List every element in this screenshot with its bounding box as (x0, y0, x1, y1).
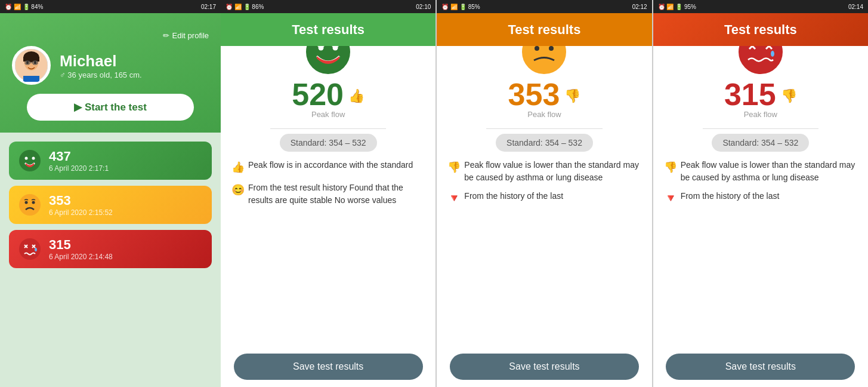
history-text-0: 437 6 April 2020 2:17:1 (49, 149, 109, 173)
svg-point-26 (521, 46, 567, 75)
history-text-1: 353 6 April 2020 2:15:52 (49, 193, 113, 217)
standard-badge-1: Standard: 354 – 532 (496, 134, 593, 152)
result-value-row-2: 315 👎 (724, 79, 797, 110)
left-panel-top: ✏ Edit profile (0, 13, 221, 133)
desc-item-0-0: 👍 Peak flow is in accordance with the st… (231, 159, 425, 176)
result-description-1: 👎 Peak flow value is lower than the stan… (447, 159, 641, 342)
triangle-desc-1: 🔻 (447, 191, 461, 207)
result-body-1: 353 👎 Peak flow Standard: 354 – 532 👎 Pe… (437, 46, 651, 348)
status-icons-0: ⏰ 📶 🔋 86% (226, 4, 264, 10)
svg-point-28 (549, 46, 554, 51)
triangle-desc-2: 🔻 (664, 191, 677, 207)
thumb-down-icon-2: 👎 (781, 88, 797, 110)
desc-item-0-1: 😊 From the test result history Found tha… (231, 182, 425, 207)
status-bar-0: ⏰ 📶 🔋 86% 02:10 (221, 0, 435, 13)
result-panel-2: ⏰ 📶 🔋 95% 02:14 Test results (653, 0, 868, 387)
desc-text-0-1: From the test result history Found that … (248, 182, 425, 207)
save-button-2[interactable]: Save test results (666, 354, 855, 380)
status-time-1: 02:12 (632, 4, 647, 10)
result-value-row-0: 520 👍 (292, 79, 365, 110)
result-header-1: Test results (437, 13, 651, 46)
result-value-1: 353 (508, 79, 560, 110)
svg-point-17 (19, 238, 41, 260)
result-value-row-1: 353 👎 (508, 79, 581, 110)
history-value-2: 315 (49, 237, 113, 253)
desc-item-2-0: 👎 Peak flow value is lower than the stan… (664, 159, 857, 184)
history-emoji-1 (18, 193, 42, 217)
svg-point-12 (25, 157, 28, 160)
status-bar-2: ⏰ 📶 🔋 95% 02:14 (653, 0, 868, 13)
result-emoji-1 (520, 46, 568, 76)
desc-text-1-0: Peak flow value is lower than the standa… (464, 159, 641, 184)
svg-rect-10 (23, 76, 39, 82)
history-item-1[interactable]: 353 6 April 2020 2:15:52 (9, 186, 212, 224)
history-date-1: 6 April 2020 2:15:52 (49, 208, 113, 217)
history-text-2: 315 6 April 2020 2:14:48 (49, 237, 113, 261)
left-panel: ⏰ 📶 🔋 84% 02:17 ✏ Edit profile (0, 0, 221, 387)
thumb-down-desc-2: 👎 (664, 159, 677, 176)
desc-text-2-1: From the history of the last (681, 190, 780, 202)
result-panel-0: ⏰ 📶 🔋 86% 02:10 Test results (221, 0, 437, 387)
save-button-1[interactable]: Save test results (450, 354, 639, 380)
status-time-0: 02:10 (416, 4, 431, 10)
svg-point-6 (34, 62, 37, 64)
svg-point-27 (535, 46, 539, 51)
history-emoji-2 (18, 237, 42, 261)
avatar (12, 46, 51, 85)
svg-point-23 (305, 46, 351, 75)
history-list: 437 6 April 2020 2:17:1 (0, 133, 221, 387)
result-label-1: Peak flow (527, 110, 561, 119)
result-label-0: Peak flow (311, 110, 345, 119)
history-item-0[interactable]: 437 6 April 2020 2:17:1 (9, 142, 212, 180)
thumb-down-desc-1: 👎 (447, 159, 461, 176)
result-header-2: Test results (653, 13, 868, 46)
svg-point-22 (35, 248, 37, 251)
save-btn-area-0: Save test results (221, 348, 435, 387)
standard-badge-2: Standard: 354 – 532 (712, 134, 809, 152)
result-value-0: 520 (292, 79, 344, 110)
user-info-row: Michael ♂ 36 years old, 165 cm. (12, 46, 209, 85)
pencil-icon: ✏ (163, 31, 169, 40)
user-meta: ♂ 36 years old, 165 cm. (60, 70, 142, 79)
start-test-button[interactable]: ▶ Start the test (27, 94, 194, 121)
desc-text-2-0: Peak flow value is lower than the standa… (681, 159, 857, 184)
user-name: Michael (60, 52, 142, 70)
status-bar-1: ⏰ 📶 🔋 85% 02:12 (437, 0, 651, 13)
edit-profile-link[interactable]: ✏ Edit profile (163, 31, 209, 40)
thumb-down-icon-1: 👎 (564, 88, 580, 110)
save-button-0[interactable]: Save test results (234, 354, 423, 380)
svg-point-34 (771, 51, 774, 57)
history-item-2[interactable]: 315 6 April 2020 2:14:48 (9, 230, 212, 268)
result-title-1: Test results (508, 22, 581, 38)
result-value-2: 315 (724, 79, 776, 110)
save-btn-area-1: Save test results (437, 348, 651, 387)
divider-2 (703, 128, 819, 129)
result-label-2: Peak flow (744, 110, 777, 119)
history-value-0: 437 (49, 149, 109, 164)
svg-point-13 (32, 157, 35, 160)
history-date-2: 6 April 2020 2:14:48 (49, 253, 113, 261)
svg-point-5 (26, 62, 29, 64)
status-icons-2: ⏰ 📶 🔋 95% (658, 4, 696, 10)
result-emoji-0 (304, 46, 352, 76)
svg-point-16 (32, 201, 35, 204)
standard-badge-0: Standard: 354 – 532 (280, 134, 377, 152)
result-title-2: Test results (724, 22, 797, 38)
save-btn-area-2: Save test results (653, 348, 868, 387)
history-date-0: 6 April 2020 2:17:1 (49, 164, 109, 173)
result-emoji-2 (737, 46, 784, 76)
divider-1 (486, 128, 603, 129)
main-wrapper: ⏰ 📶 🔋 84% 02:17 ✏ Edit profile (0, 0, 868, 387)
smile-desc-icon-0: 😊 (231, 182, 245, 198)
svg-point-14 (19, 194, 41, 216)
result-body-2: 315 👎 Peak flow Standard: 354 – 532 👎 Pe… (653, 46, 868, 348)
history-value-1: 353 (49, 193, 113, 208)
thumb-desc-icon-0: 👍 (231, 159, 245, 176)
result-description-0: 👍 Peak flow is in accordance with the st… (231, 159, 425, 342)
thumb-up-icon-0: 👍 (348, 88, 365, 110)
status-icons-left: ⏰ 📶 🔋 84% (5, 4, 43, 10)
desc-item-1-0: 👎 Peak flow value is lower than the stan… (447, 159, 641, 184)
history-emoji-0 (18, 149, 42, 173)
desc-text-0-0: Peak flow is in accordance with the stan… (248, 159, 413, 171)
status-bar-left: ⏰ 📶 🔋 84% 02:17 (0, 0, 221, 13)
